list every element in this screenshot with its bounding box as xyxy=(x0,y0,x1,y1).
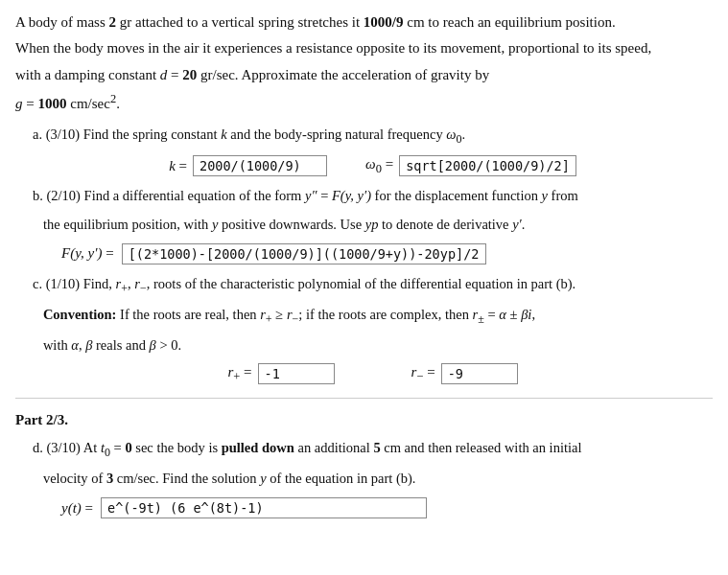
yt-input[interactable]: e^(-9t) (6 e^(8t)-1) xyxy=(101,497,427,518)
part-c-label2: Convention: If the roots are real, then … xyxy=(33,305,713,328)
intro-paragraph: A body of mass 2 gr attached to a vertic… xyxy=(15,12,713,115)
intro-line1: A body of mass 2 gr attached to a vertic… xyxy=(15,12,713,34)
section-c: c. (1/10) Find, r+, r−, roots of the cha… xyxy=(33,274,713,385)
part-d-label1: d. (3/10) At t0 = 0 sec the body is pull… xyxy=(33,438,713,461)
part2-label: Part 2/3. xyxy=(15,412,713,428)
part-d-label2: velocity of 3 cm/sec. Find the solution … xyxy=(33,469,713,490)
section-a: a. (3/10) Find the spring constant k and… xyxy=(33,125,713,176)
part-a-formulas: k = 2000/(1000/9) ω0 = sqrt[2000/(1000/9… xyxy=(33,155,713,176)
intro-line3: with a damping constant d = 20 gr/sec. A… xyxy=(15,64,713,86)
r-minus-item: r− = -9 xyxy=(411,363,518,384)
r-minus-input[interactable]: -9 xyxy=(441,363,518,384)
section-d: d. (3/10) At t0 = 0 sec the body is pull… xyxy=(33,438,713,518)
part2-section: Part 2/3. d. (3/10) At t0 = 0 sec the bo… xyxy=(15,412,713,518)
intro-line4: g = 1000 cm/sec2. xyxy=(15,90,713,115)
k-formula-item: k = 2000/(1000/9) xyxy=(169,155,327,176)
part-c-label3: with α, β reals and β > 0. xyxy=(33,335,713,356)
part-c-label1: c. (1/10) Find, r+, r−, roots of the cha… xyxy=(33,274,713,297)
part-c-r-row: r+ = -1 r− = -9 xyxy=(33,363,713,384)
section-b: b. (2/10) Find a differential equation o… xyxy=(33,186,713,264)
section-divider xyxy=(15,398,713,399)
w0-label: ω0 = xyxy=(365,156,393,176)
k-input[interactable]: 2000/(1000/9) xyxy=(193,155,327,176)
part-a-label: a. (3/10) Find the spring constant k and… xyxy=(33,125,713,148)
intro-line2: When the body moves in the air it experi… xyxy=(15,37,713,59)
r-plus-label: r+ = xyxy=(227,364,251,384)
r-plus-input[interactable]: -1 xyxy=(258,363,335,384)
w0-input[interactable]: sqrt[2000/(1000/9)/2] xyxy=(399,155,576,176)
r-minus-label: r− = xyxy=(411,364,435,384)
part-b-formula: F(y, y′) = [(2*1000)-[2000/(1000/9)]((10… xyxy=(33,243,713,264)
Fyy-input[interactable]: [(2*1000)-[2000/(1000/9)]((1000/9+y))-20… xyxy=(122,243,486,264)
part-b-label2: the equilibrium position, with y positiv… xyxy=(33,215,713,236)
part-d-formula: y(t) = e^(-9t) (6 e^(8t)-1) xyxy=(33,497,713,518)
w0-formula-item: ω0 = sqrt[2000/(1000/9)/2] xyxy=(365,155,576,176)
k-label: k = xyxy=(169,158,187,174)
Fyy-label: F(y, y′) = xyxy=(61,245,114,262)
yt-label: y(t) = xyxy=(61,500,93,517)
part-b-label1: b. (2/10) Find a differential equation o… xyxy=(33,186,713,207)
r-plus-item: r+ = -1 xyxy=(227,363,334,384)
